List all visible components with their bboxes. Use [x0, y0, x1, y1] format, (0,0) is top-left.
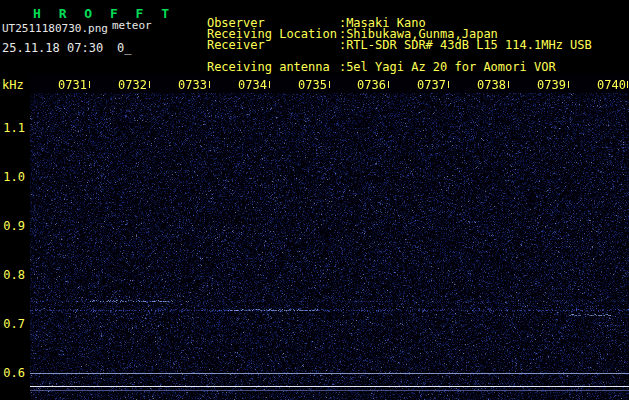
freq-tick-label: 1.0: [3, 171, 25, 184]
time-tick-label: 0734: [238, 79, 267, 91]
info-label: Receiving antenna: [207, 61, 339, 73]
time-tick-label: 0735: [298, 79, 327, 91]
time-tick-label: 0740: [597, 79, 626, 91]
app-title: H R O F F T: [33, 6, 174, 21]
time-tick: [627, 81, 628, 88]
time-tick: [388, 81, 389, 88]
time-tick: [448, 81, 449, 88]
info-value: :5el Yagi Az 20 for Aomori VOR: [339, 60, 556, 74]
time-tick-label: 0731: [58, 79, 87, 91]
datetime-label: 25.11.18 07:30: [2, 41, 103, 55]
time-tick: [568, 81, 569, 88]
time-tick: [89, 81, 90, 88]
time-tick: [209, 81, 210, 88]
time-tick-label: 0732: [118, 79, 147, 91]
hrofft-window: H R O F F T UT2511180730.png meteor 25.1…: [0, 0, 629, 400]
time-tick: [329, 81, 330, 88]
time-tick-label: 0738: [477, 79, 506, 91]
time-tick-label: 0739: [537, 79, 566, 91]
time-tick: [269, 81, 270, 88]
time-tick: [149, 81, 150, 88]
freq-tick-label: 0.6: [3, 367, 25, 380]
mode-label: meteor: [112, 19, 152, 32]
time-tick-label: 0736: [357, 79, 386, 91]
time-tick-label: 0737: [417, 79, 446, 91]
spectrogram-canvas: [30, 75, 629, 400]
echo-count: 0_: [117, 41, 131, 55]
freq-tick-label: 0.7: [3, 318, 25, 331]
freq-tick-label: 0.9: [3, 220, 25, 233]
frequency-unit-label: kHz: [2, 78, 24, 92]
freq-tick-label: 0.8: [3, 269, 25, 282]
output-filename: UT2511180730.png: [2, 22, 108, 35]
time-tick-label: 0733: [178, 79, 207, 91]
freq-tick-label: 1.1: [3, 122, 25, 135]
time-tick: [508, 81, 509, 88]
